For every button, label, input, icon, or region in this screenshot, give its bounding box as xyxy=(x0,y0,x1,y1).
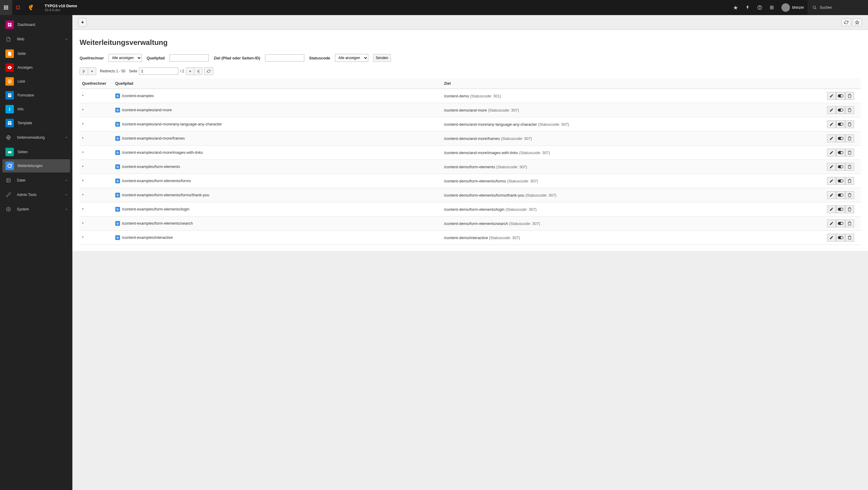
page-next-button[interactable]: » xyxy=(186,67,194,75)
filter-target-input[interactable] xyxy=(265,54,304,62)
filter-host-select[interactable]: Alle anzeigen xyxy=(108,54,142,62)
target-text[interactable]: /content-demo xyxy=(444,94,469,98)
page-first-button[interactable]: |‹ xyxy=(80,67,88,75)
path-text[interactable]: /content-examples/and-more/images-with-l… xyxy=(122,150,203,155)
target-text[interactable]: /content-demo/form-elements/forms/thank-… xyxy=(444,193,525,197)
group-admin[interactable]: Admin Tools xyxy=(0,188,72,202)
edit-button[interactable] xyxy=(827,106,836,114)
edit-button[interactable] xyxy=(827,191,836,199)
page-reload-button[interactable] xyxy=(204,67,213,75)
toggle-button[interactable] xyxy=(836,205,845,213)
path-text[interactable]: /content-examples/interactive xyxy=(122,235,173,240)
clear-cache-icon[interactable] xyxy=(12,0,24,15)
edit-button[interactable] xyxy=(827,149,836,156)
target-text[interactable]: /content-demo/form-elements/forms xyxy=(444,179,506,183)
toggle-button[interactable] xyxy=(836,120,845,128)
path-text[interactable]: /content-examples/form-elements/search xyxy=(122,221,193,225)
filter-status-select[interactable]: Alle anzeigen xyxy=(335,54,368,62)
filter-path-input[interactable] xyxy=(169,54,209,62)
module-redirects[interactable]: Weiterleitungen xyxy=(2,159,70,173)
target-text[interactable]: /content-demo/and-more xyxy=(444,108,487,113)
target-text[interactable]: /content-demo/form-elements xyxy=(444,165,495,169)
module-view[interactable]: Anzeigen xyxy=(2,61,70,74)
group-web[interactable]: Web xyxy=(0,32,72,47)
module-label: Seiten xyxy=(18,150,28,154)
status-code: (Statuscode: 307) xyxy=(496,165,527,169)
delete-button[interactable] xyxy=(845,219,854,227)
delete-button[interactable] xyxy=(845,234,854,242)
app-list-icon[interactable] xyxy=(766,0,778,15)
path-text[interactable]: /content-examples/form-elements/login xyxy=(122,207,189,211)
module-list[interactable]: Liste xyxy=(2,75,70,88)
path-text[interactable]: /content-examples/and-more/frames xyxy=(122,136,185,141)
target-text[interactable]: /content-demo/interactive xyxy=(444,236,488,240)
flash-icon[interactable] xyxy=(742,0,754,15)
template-icon xyxy=(5,119,14,127)
filter-submit-button[interactable]: Senden xyxy=(373,54,391,62)
target-text[interactable]: /content-demo/and-more/any-language-any-… xyxy=(444,122,537,127)
group-file[interactable]: Datei xyxy=(0,173,72,188)
edit-button[interactable] xyxy=(827,177,836,185)
edit-button[interactable] xyxy=(827,92,836,100)
delete-button[interactable] xyxy=(845,163,854,171)
app-modules-icon[interactable] xyxy=(0,0,12,15)
path-text[interactable]: /content-examples/and-more xyxy=(122,108,172,112)
delete-button[interactable] xyxy=(845,205,854,213)
edit-button[interactable] xyxy=(827,219,836,227)
help-icon[interactable] xyxy=(754,0,766,15)
edit-button[interactable] xyxy=(827,163,836,171)
module-forms[interactable]: Formulare xyxy=(2,89,70,102)
toggle-button[interactable] xyxy=(836,92,845,100)
path-text[interactable]: /content-examples/form-elements/forms xyxy=(122,179,191,183)
delete-button[interactable] xyxy=(845,134,854,142)
target-text[interactable]: /content-demo/and-more/frames xyxy=(444,136,500,141)
svg-point-39 xyxy=(8,209,9,210)
search-input[interactable]: Suchen xyxy=(808,0,868,15)
edit-button[interactable] xyxy=(827,120,836,128)
delete-button[interactable] xyxy=(845,191,854,199)
edit-button[interactable] xyxy=(827,205,836,213)
toggle-button[interactable] xyxy=(836,219,845,227)
toggle-button[interactable] xyxy=(836,106,845,114)
path-text[interactable]: /content-examples xyxy=(122,93,154,98)
delete-button[interactable] xyxy=(845,149,854,156)
target-text[interactable]: /content-demo/form-elements/search xyxy=(444,221,508,226)
path-text[interactable]: /content-examples/form-elements/forms/th… xyxy=(122,193,209,197)
target-text[interactable]: /content-demo/form-elements/login xyxy=(444,207,504,212)
cell-target: /content-demo/form-elements/search (Stat… xyxy=(441,216,825,231)
new-record-button[interactable]: + xyxy=(79,18,87,27)
image-icon xyxy=(4,176,13,185)
module-dashboard[interactable]: Dashboard xyxy=(2,18,70,31)
pagination-page-input[interactable] xyxy=(139,67,178,75)
bookmark-button[interactable] xyxy=(852,19,862,26)
path-text[interactable]: /content-examples/form-elements xyxy=(122,164,180,169)
edit-button[interactable] xyxy=(827,134,836,142)
bookmark-icon[interactable] xyxy=(730,0,742,15)
edit-button[interactable] xyxy=(827,234,836,242)
content-area: + Weiterleitungsverwaltung Quellrechner … xyxy=(72,15,868,490)
target-text[interactable]: /content-demo/and-more/images-with-links xyxy=(444,150,518,155)
reload-button[interactable] xyxy=(841,19,851,26)
module-sites[interactable]: Seiten xyxy=(2,145,70,159)
cell-path: ↻/content-examples/and-more/images-with-… xyxy=(113,146,441,160)
group-system[interactable]: System xyxy=(0,202,72,216)
toggle-button[interactable] xyxy=(836,177,845,185)
path-text[interactable]: /content-examples/and-more/any-language-… xyxy=(122,122,222,126)
delete-button[interactable] xyxy=(845,106,854,114)
module-page[interactable]: Seite xyxy=(2,47,70,60)
page-last-button[interactable]: ›| xyxy=(194,67,203,75)
search-icon xyxy=(812,5,817,10)
group-site[interactable]: Seitenverwaltung xyxy=(0,130,72,145)
toggle-button[interactable] xyxy=(836,134,845,142)
delete-button[interactable] xyxy=(845,92,854,100)
module-info[interactable]: Info xyxy=(2,102,70,116)
delete-button[interactable] xyxy=(845,120,854,128)
toggle-button[interactable] xyxy=(836,234,845,242)
toggle-button[interactable] xyxy=(836,191,845,199)
toggle-button[interactable] xyxy=(836,149,845,156)
page-prev-button[interactable]: « xyxy=(88,67,96,75)
module-template[interactable]: Template xyxy=(2,116,70,130)
toggle-button[interactable] xyxy=(836,163,845,171)
delete-button[interactable] xyxy=(845,177,854,185)
user-menu[interactable]: bhinzer xyxy=(778,0,808,15)
